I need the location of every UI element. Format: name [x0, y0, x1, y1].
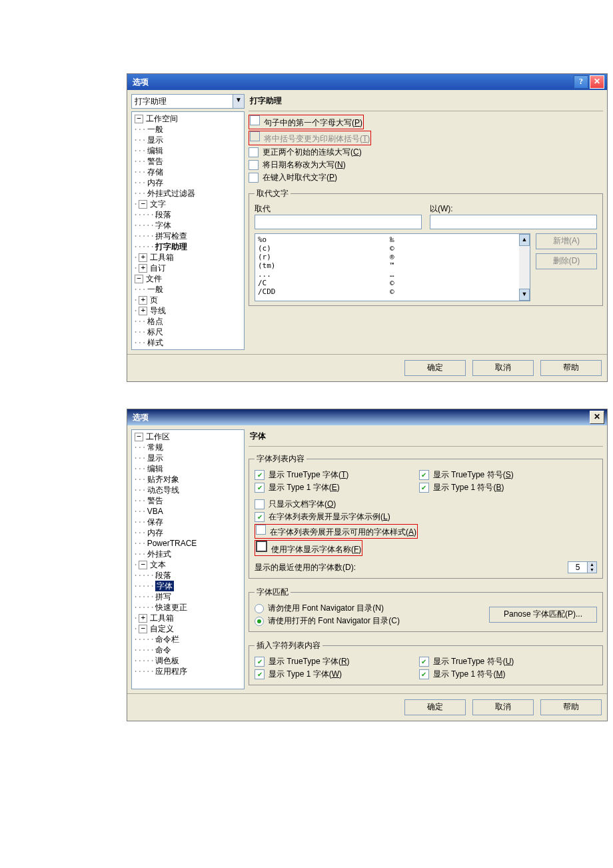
checkbox-option[interactable]: 显示 TrueType 字体(T): [255, 469, 419, 481]
checkbox-option[interactable]: 显示 TrueType 符号(S): [419, 469, 584, 481]
tree-node[interactable]: ·+工具箱: [132, 613, 244, 623]
tree-toggle-icon[interactable]: +: [139, 307, 147, 315]
tree-toggle-icon[interactable]: −: [135, 275, 143, 283]
radio-option[interactable]: 请勿使用 Font Navigator 目录(N): [255, 602, 489, 615]
tree-node[interactable]: ·+导线: [132, 305, 244, 316]
checkbox-icon[interactable]: [419, 657, 429, 667]
tree-node[interactable]: ·····命令: [132, 645, 244, 655]
tree-toggle-icon[interactable]: −: [139, 561, 147, 569]
tree-toggle-icon[interactable]: +: [139, 264, 147, 273]
tree-toggle-icon[interactable]: −: [135, 115, 143, 123]
checkbox-option[interactable]: 在键入时取代文字(P): [249, 171, 603, 184]
tree-node[interactable]: ···保存: [132, 517, 244, 527]
checkbox-option[interactable]: 更正两个初始的连续大写(C): [249, 146, 603, 159]
replace-list[interactable]: %o(c)(r)(tm).../C/CDD ‰©®™…©© ▲ ▼: [255, 233, 530, 301]
tree-node[interactable]: −文件: [132, 273, 244, 284]
tree-toggle-icon[interactable]: −: [139, 200, 147, 209]
tree-node[interactable]: ···编辑: [132, 145, 244, 156]
tree-node[interactable]: ···VBA: [132, 506, 244, 517]
checkbox-icon[interactable]: [419, 669, 429, 679]
checkbox-icon[interactable]: [255, 470, 265, 480]
help-icon[interactable]: ?: [574, 75, 588, 89]
checkbox-option[interactable]: 显示 TrueType 符号(U): [419, 655, 584, 668]
radio-icon[interactable]: [255, 617, 264, 626]
tree-node[interactable]: ···外挂式: [132, 549, 244, 559]
tree-node[interactable]: ·····字体: [132, 220, 244, 231]
checkbox-option[interactable]: 在字体列表旁展开显示字体示例(L): [255, 511, 597, 523]
category-combo[interactable]: 打字助理 ▼: [131, 94, 245, 109]
close-icon[interactable]: ✕: [590, 411, 604, 424]
recent-spinner[interactable]: ▲▼: [568, 561, 597, 573]
checkbox-option[interactable]: 将中括号变更为印刷体括号(T): [249, 130, 603, 146]
tree-node[interactable]: ·−文本: [132, 559, 244, 570]
tree-node[interactable]: ·····打字助理: [132, 241, 244, 252]
checkbox-option[interactable]: 显示 Type 1 符号(B): [419, 481, 584, 494]
checkbox-icon[interactable]: [256, 541, 267, 552]
tree-node[interactable]: ···常规: [132, 442, 244, 453]
scrollbar[interactable]: ▲ ▼: [519, 234, 530, 301]
tree-node[interactable]: ···动态导线: [132, 485, 244, 495]
checkbox-icon[interactable]: [255, 669, 265, 679]
tree-node[interactable]: ·+页: [132, 295, 244, 305]
scroll-up-icon[interactable]: ▲: [519, 234, 530, 246]
with-input[interactable]: [430, 215, 597, 229]
ok-button[interactable]: 确定: [404, 699, 466, 715]
checkbox-option[interactable]: 将日期名称改为大写(N): [249, 159, 603, 171]
checkbox-icon[interactable]: [249, 147, 259, 157]
checkbox-option[interactable]: 显示 Type 1 符号(M): [419, 668, 584, 681]
tree-node[interactable]: ···一般: [132, 284, 244, 295]
checkbox-icon[interactable]: [419, 470, 429, 480]
tree-node[interactable]: −工作区: [132, 431, 244, 442]
tree-node[interactable]: ·····段落: [132, 209, 244, 220]
help-button[interactable]: 帮助: [540, 360, 602, 376]
checkbox-icon[interactable]: [250, 131, 260, 141]
tree-toggle-icon[interactable]: +: [139, 614, 147, 623]
radio-icon[interactable]: [255, 604, 264, 613]
cancel-button[interactable]: 取消: [472, 699, 534, 715]
tree-node[interactable]: ···编辑: [132, 463, 244, 474]
checkbox-option[interactable]: 显示 Type 1 字体(W): [255, 668, 419, 681]
checkbox-option[interactable]: 在字体列表旁展开显示可用的字体样式(A): [255, 523, 597, 539]
tree-node[interactable]: ·····快速更正: [132, 602, 244, 613]
tree-node[interactable]: ·····命令栏: [132, 634, 244, 645]
checkbox-icon[interactable]: [419, 483, 429, 493]
tree-node[interactable]: ···一般: [132, 124, 244, 135]
chevron-down-icon[interactable]: ▼: [233, 95, 244, 108]
tree-node[interactable]: ···警告: [132, 156, 244, 167]
tree-node[interactable]: ···PowerTRACE: [132, 538, 244, 549]
spin-down-icon[interactable]: ▼: [587, 567, 596, 573]
close-icon[interactable]: ✕: [590, 75, 604, 89]
checkbox-icon[interactable]: [249, 173, 259, 183]
tree-node[interactable]: ·····调色板: [132, 655, 244, 666]
tree-node[interactable]: ·····拼写检查: [132, 231, 244, 241]
tree-node[interactable]: ···显示: [132, 453, 244, 463]
checkbox-icon[interactable]: [255, 512, 265, 522]
category-tree[interactable]: −工作区···常规···显示···编辑···贴齐对象···动态导线···警告··…: [131, 429, 245, 689]
help-button[interactable]: 帮助: [540, 699, 602, 715]
checkbox-option[interactable]: 只显示文档字体(O): [255, 498, 597, 511]
tree-node[interactable]: ·−文字: [132, 199, 244, 209]
tree-node[interactable]: ···警告: [132, 495, 244, 506]
tree-node[interactable]: ···标尺: [132, 327, 244, 337]
tree-node[interactable]: ·+自订: [132, 263, 244, 273]
tree-node[interactable]: ·····应用程序: [132, 666, 244, 677]
checkbox-icon[interactable]: [255, 483, 265, 493]
tree-node[interactable]: ···内存: [132, 177, 244, 188]
tree-toggle-icon[interactable]: −: [135, 433, 143, 441]
checkbox-icon[interactable]: [250, 115, 260, 125]
tree-node[interactable]: ·····段落: [132, 570, 244, 581]
tree-toggle-icon[interactable]: +: [139, 296, 147, 305]
checkbox-option[interactable]: 显示 TrueType 字体(R): [255, 655, 419, 668]
tree-toggle-icon[interactable]: −: [139, 625, 147, 633]
tree-node[interactable]: ···内存: [132, 527, 244, 538]
cancel-button[interactable]: 取消: [472, 360, 534, 376]
add-button[interactable]: 新增(A): [536, 233, 597, 249]
ok-button[interactable]: 确定: [404, 360, 466, 376]
delete-button[interactable]: 删除(D): [536, 253, 597, 269]
tree-node[interactable]: ···外挂式过滤器: [132, 188, 244, 199]
checkbox-icon[interactable]: [249, 160, 259, 170]
tree-node[interactable]: −工作空间: [132, 113, 244, 124]
tree-node[interactable]: ·−自定义: [132, 623, 244, 634]
tree-node[interactable]: ···样式: [132, 337, 244, 348]
checkbox-icon[interactable]: [256, 525, 266, 535]
